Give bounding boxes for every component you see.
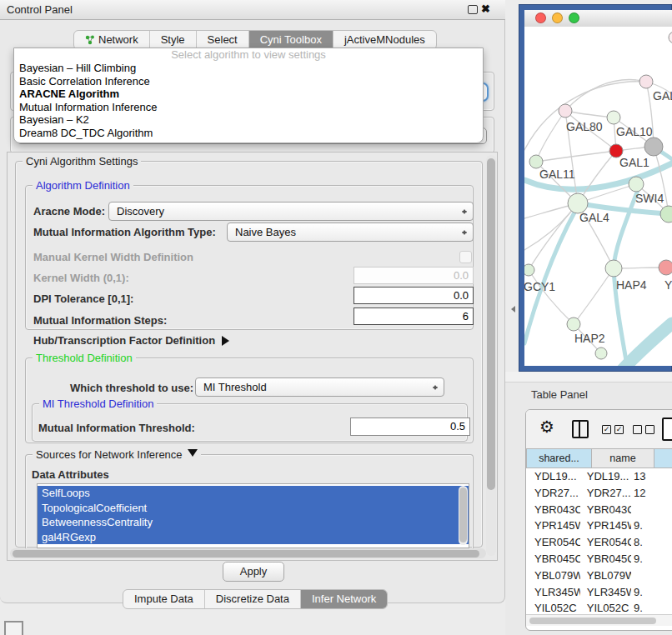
mac-close-button[interactable]: [535, 12, 546, 23]
unchecked-box-icon[interactable]: [645, 425, 654, 434]
tab-cyni-toolbox[interactable]: Cyni Toolbox: [248, 31, 333, 49]
attribute-item-selected[interactable]: BetweennessCentrality: [38, 515, 469, 530]
network-edge[interactable]: [524, 82, 646, 150]
apply-button[interactable]: Apply: [223, 562, 284, 582]
which-threshold-select[interactable]: MI Threshold: [195, 378, 444, 397]
dock-panel-icon[interactable]: [4, 621, 23, 635]
mi-type-select[interactable]: Naive Bayes: [227, 222, 474, 242]
table-row[interactable]: YLR345WYLR345W9.: [526, 584, 672, 601]
manual-kernel-checkbox[interactable]: [459, 251, 472, 263]
split-collapse-arrow[interactable]: [508, 306, 515, 312]
bottom-tab-impute-data[interactable]: Impute Data: [123, 590, 204, 608]
attribute-item-selected[interactable]: gal4RGexp: [38, 530, 469, 545]
mi-threshold-input[interactable]: 0.5: [350, 418, 470, 436]
tab-label: Select: [208, 31, 238, 49]
algorithm-option[interactable]: Mutual Information Inference: [14, 101, 483, 114]
network-node-label: SWI4: [635, 192, 664, 205]
table-horizontal-scrollbar[interactable]: [526, 614, 672, 626]
algorithm-option[interactable]: Dream8 DC_TDC Algorithm: [14, 127, 483, 140]
kernel-width-input[interactable]: 0.0: [354, 267, 474, 284]
table-cell: YBR043C: [580, 502, 631, 518]
table-row[interactable]: YPR145WYPR145W9.: [526, 518, 672, 534]
network-node[interactable]: [524, 264, 534, 276]
screen: Control Panel ✖ NetworkStyleSelectCyni T…: [0, 0, 672, 635]
network-node[interactable]: [669, 32, 672, 43]
tab-style[interactable]: Style: [149, 31, 196, 49]
bottom-tab-infer-network[interactable]: Infer Network: [300, 590, 387, 608]
table-row[interactable]: YIL052CYIL052C9.: [526, 600, 672, 613]
gear-icon[interactable]: ⚙: [539, 417, 554, 437]
sources-title: Sources for Network Inference: [36, 448, 183, 461]
network-node[interactable]: [629, 177, 644, 192]
network-node[interactable]: [644, 138, 663, 156]
network-node[interactable]: [639, 75, 653, 88]
settings-vertical-scrollbar[interactable]: [486, 155, 496, 556]
algorithm-option[interactable]: Bayesian – Hill Climbing: [14, 62, 483, 75]
dpi-tolerance-input[interactable]: 0.0: [354, 287, 474, 304]
bottom-tab-label: Impute Data: [134, 590, 193, 608]
column-header[interactable]: shared...: [526, 448, 592, 468]
network-edge[interactable]: [536, 111, 565, 162]
network-edge[interactable]: [574, 268, 614, 324]
data-attributes-list[interactable]: SelfLoopsTopologicalCoefficientBetweenne…: [37, 483, 469, 548]
mi-type-label: Mutual Information Algorithm Type:: [33, 226, 216, 238]
table-row[interactable]: YER054CYER054C8.: [526, 534, 672, 551]
attribute-item-selected[interactable]: SelfLoops: [38, 486, 469, 501]
network-edge-highlighted[interactable]: [614, 190, 638, 268]
network-node[interactable]: [605, 260, 622, 277]
bottom-tab-bar: Impute DataDiscretize DataInfer Network: [123, 589, 388, 609]
network-edge[interactable]: [529, 270, 574, 324]
float-window-icon[interactable]: [468, 5, 478, 14]
control-panel-titlebar: Control Panel ✖: [0, 0, 505, 20]
network-node[interactable]: [567, 318, 580, 331]
network-node[interactable]: [607, 111, 620, 124]
network-edge[interactable]: [536, 151, 616, 162]
mac-minimize-button[interactable]: [552, 12, 563, 23]
algorithm-option[interactable]: Bayesian – K2: [14, 113, 483, 127]
expand-right-icon: [222, 336, 234, 346]
table-row[interactable]: YBL079WYBL079W: [526, 568, 672, 584]
aracne-mode-select[interactable]: Discovery: [108, 202, 474, 221]
hub-definition-toggle[interactable]: Hub/Transcription Factor Definition: [33, 332, 234, 348]
table-row[interactable]: YBR045CYBR045C9.: [526, 551, 672, 568]
data-attributes-label: Data Attributes: [32, 468, 109, 481]
network-node[interactable]: [659, 260, 672, 275]
mac-zoom-button[interactable]: [569, 12, 579, 23]
network-node[interactable]: [660, 206, 672, 222]
stepper-arrows-icon: [461, 206, 468, 217]
network-canvas[interactable]: GALGAL80GAL10GAL1GAL11SWI4GAL4GCY1HAP4YH…: [524, 27, 672, 366]
network-node[interactable]: [559, 104, 572, 118]
column-header[interactable]: name: [592, 448, 654, 468]
tab-label: Network: [98, 31, 138, 49]
table-row[interactable]: YDR27...YDR27...12: [526, 485, 672, 502]
mi-steps-input[interactable]: 6: [354, 308, 474, 325]
network-node[interactable]: [529, 155, 543, 168]
tab-jactivemnodules[interactable]: jActiveMNodules: [333, 31, 436, 49]
column-header[interactable]: A: [654, 448, 672, 468]
mi-type-value: Naive Bayes: [235, 226, 296, 238]
settings-horizontal-scrollbar[interactable]: [10, 548, 486, 558]
algorithm-option[interactable]: Basic Correlation Inference: [14, 75, 483, 88]
bottom-tab-discretize-data[interactable]: Discretize Data: [204, 590, 300, 608]
algorithm-option[interactable]: ARACNE Algorithm: [14, 88, 483, 101]
network-node[interactable]: [595, 348, 607, 359]
table-cell: YPR145W: [526, 518, 580, 534]
checked-box-icon[interactable]: ✓: [614, 425, 624, 434]
columns-icon[interactable]: [572, 420, 589, 438]
table-cell: YER054C: [526, 534, 580, 551]
table-file-icon[interactable]: [662, 418, 672, 441]
checked-box-icon[interactable]: ✓: [602, 425, 611, 434]
table-row[interactable]: YBR043CYBR043C: [526, 502, 672, 518]
attribute-item-selected[interactable]: TopologicalCoefficient: [38, 501, 469, 516]
table-cell: 9.: [631, 600, 672, 613]
table-cell: YIL052C: [580, 600, 631, 613]
network-edge[interactable]: [565, 80, 646, 111]
sources-toggle[interactable]: Sources for Network Inference: [33, 448, 201, 462]
unchecked-box-icon[interactable]: [633, 425, 642, 434]
tab-select[interactable]: Select: [196, 31, 248, 49]
table-header-row: shared...nameA: [526, 448, 672, 468]
table-row[interactable]: YDL19...YDL19...13: [526, 468, 672, 485]
attribute-list-scrollbar[interactable]: [459, 486, 468, 545]
tab-network[interactable]: Network: [74, 31, 149, 49]
close-icon[interactable]: ✖: [481, 2, 490, 15]
